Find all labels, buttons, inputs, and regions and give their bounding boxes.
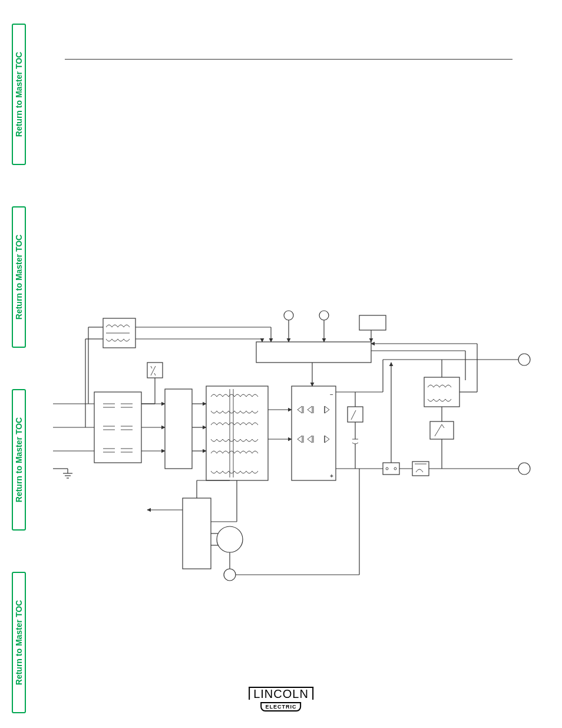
toc-label: Return to Master TOC <box>14 600 24 685</box>
dc-snubber <box>348 407 363 422</box>
aux-connector <box>224 569 236 581</box>
svg-rect-55 <box>348 407 363 422</box>
svg-rect-75 <box>183 498 211 569</box>
pot-1 <box>284 311 293 320</box>
snubber <box>147 363 163 378</box>
svg-rect-40 <box>206 386 268 480</box>
svg-rect-60 <box>383 463 399 475</box>
logo-bottom: ELECTRIC <box>260 702 301 711</box>
block-diagram: − + <box>53 50 536 699</box>
toc-link-2[interactable]: Return to Master TOC <box>12 206 26 348</box>
svg-rect-31 <box>147 363 163 378</box>
fan-motor <box>217 526 243 552</box>
svg-rect-45 <box>292 386 336 480</box>
toc-link-4[interactable]: Return to Master TOC <box>12 572 26 713</box>
polarity-pos: + <box>330 473 333 479</box>
logo-top: LINCOLN <box>249 687 313 700</box>
svg-rect-46 <box>256 342 371 363</box>
shunt <box>383 463 399 475</box>
driver-board <box>183 498 211 569</box>
svg-rect-64 <box>424 377 459 407</box>
toc-strip: Return to Master TOC Return to Master TO… <box>12 12 29 713</box>
output-pos-terminal <box>518 463 530 475</box>
output-bridge: − + <box>292 386 336 480</box>
toc-label: Return to Master TOC <box>14 52 24 137</box>
output-neg-terminal <box>518 354 530 365</box>
toc-label: Return to Master TOC <box>14 235 24 319</box>
output-choke <box>424 377 459 407</box>
main-transformer <box>206 386 268 480</box>
display-block <box>359 315 386 330</box>
polarity-neg: − <box>330 391 333 398</box>
brand-logo: LINCOLN ELECTRIC <box>249 687 313 711</box>
toc-link-3[interactable]: Return to Master TOC <box>12 389 26 531</box>
ct-block <box>412 462 429 476</box>
svg-rect-8 <box>94 392 141 463</box>
rectifier-block <box>165 389 192 469</box>
toc-link-1[interactable]: Return to Master TOC <box>12 24 26 165</box>
toc-label: Return to Master TOC <box>14 417 24 502</box>
input-lines <box>53 404 94 478</box>
control-board <box>256 342 371 363</box>
pot-2 <box>319 311 329 320</box>
aux-transformer <box>103 318 135 348</box>
input-filter <box>94 392 141 463</box>
